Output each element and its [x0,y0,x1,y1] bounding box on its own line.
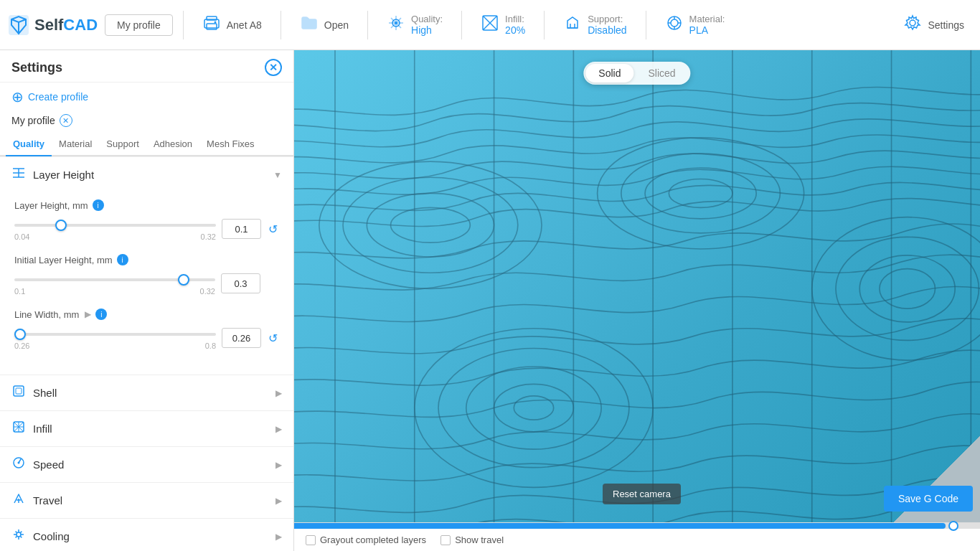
open-label: Open [324,19,349,31]
bottom-controls: Grayout completed layers Show travel [294,529,980,551]
profile-label: My profile [117,19,161,31]
svg-point-46 [391,207,471,242]
initial-layer-slider-row: 0.1 0.32 0.3 [14,271,279,296]
quality-icon [387,14,405,37]
line-width-slider-container: 0.26 0.8 [14,326,216,350]
printer-name: Anet A8 [227,19,262,31]
speed-section-header[interactable]: Speed [0,447,293,482]
shell-section-header[interactable]: Shell [0,375,293,410]
tab-material[interactable]: Material [52,133,99,156]
travel-section-header[interactable]: Travel [0,483,293,518]
divider-4 [461,11,462,39]
layer-progress-bar[interactable] [294,523,980,529]
show-travel-checkbox-group[interactable]: Show travel [440,534,504,545]
layer-height-info[interactable]: i [93,199,104,211]
tab-quality[interactable]: Quality [6,133,52,156]
svg-point-44 [343,177,518,273]
layer-height-control: Layer Height, mm i 0.04 0.32 0.1 ↺ [14,199,279,241]
line-width-info[interactable]: i [95,309,107,320]
svg-point-57 [466,367,601,449]
svg-point-43 [319,161,542,288]
layer-height-icon [11,166,26,184]
profile-button[interactable]: My profile [105,14,173,36]
line-width-reset[interactable]: ↺ [267,330,279,347]
divider-1 [183,11,184,39]
line-width-slider[interactable] [14,333,216,336]
line-width-expand[interactable]: ▶ [85,309,91,319]
shell-section: Shell [0,375,293,410]
line-width-slider-labels: 0.26 0.8 [14,342,216,350]
layer-height-min: 0.04 [14,232,29,241]
profile-remove-button[interactable]: ✕ [60,114,72,127]
settings-button[interactable]: Settings [895,9,973,41]
material-selector[interactable]: Material: PLA [656,9,734,41]
infill-icon [481,14,499,37]
shell-arrow [275,388,282,398]
svg-point-34 [17,532,21,537]
svg-point-54 [880,269,936,309]
quality-selector[interactable]: Quality: High [378,9,451,41]
printer-icon [202,14,221,37]
settings-label: Settings [928,19,964,31]
sidebar-header: Settings ✕ [0,50,293,83]
infill-section: Infill [0,410,293,446]
layer-height-section-header[interactable]: Layer Height [0,157,293,192]
tab-support[interactable]: Support [99,133,146,156]
initial-layer-label-row: Initial Layer Height, mm i [14,254,279,265]
layer-height-section: Layer Height Layer Height, mm i 0.04 [0,156,293,375]
line-width-slider-row: 0.26 0.8 0.26 ↺ [14,326,279,350]
infill-selector[interactable]: Infill: 20% [472,9,534,41]
layer-height-value[interactable]: 0.1 [222,219,261,239]
initial-layer-max: 0.32 [200,287,215,296]
layer-height-reset[interactable]: ↺ [267,221,279,237]
viewport: .contour { fill: none; stroke: rgba(15,5… [294,50,980,551]
grayout-checkbox[interactable] [306,535,316,545]
initial-layer-info[interactable]: i [117,254,128,265]
progress-fill [294,523,946,529]
support-value: Disabled [588,24,626,36]
cooling-icon [11,527,26,545]
travel-title: Travel [33,494,268,507]
svg-line-39 [16,532,17,533]
solid-view-button[interactable]: Solid [585,64,633,83]
show-travel-checkbox[interactable] [440,535,451,545]
infill-label: Infill: [505,14,525,24]
support-selector[interactable]: Support: Disabled [555,9,635,41]
svg-line-41 [20,532,22,533]
support-icon [563,14,582,37]
speed-section: Speed [0,446,293,482]
infill-arrow [275,424,282,434]
svg-point-19 [910,20,915,26]
progress-thumb[interactable] [948,521,958,531]
open-button[interactable]: Open [291,9,357,41]
my-profile-label: My profile [11,115,55,126]
initial-layer-slider-container: 0.1 0.32 [14,271,215,296]
support-label: Support: [588,14,626,24]
svg-point-6 [395,22,397,24]
save-gcode-button[interactable]: Save G Code [884,486,973,512]
logo-self: SelfCAD [34,16,98,34]
settings-icon [903,14,922,37]
sidebar: Settings ✕ ⊕ Create profile My profile ✕… [0,50,294,551]
tab-adhesion[interactable]: Adhesion [146,133,199,156]
sidebar-close-button[interactable]: ✕ [265,59,282,76]
line-width-value[interactable]: 0.26 [222,328,261,348]
printer-selector[interactable]: Anet A8 [194,9,270,41]
line-width-control: Line Width, mm ▶ i 0.26 0.8 0.26 [14,309,279,350]
svg-point-4 [214,21,216,23]
quality-value: High [411,24,443,36]
quality-label: Quality: [411,14,443,24]
layer-height-slider[interactable] [14,224,216,227]
infill-section-header[interactable]: Infill [0,411,293,446]
initial-layer-value[interactable]: 0.3 [221,273,260,293]
initial-layer-min: 0.1 [14,287,25,296]
tab-mesh-fixes[interactable]: Mesh Fixes [199,133,261,156]
reset-camera-button[interactable]: Reset camera [603,484,681,504]
grayout-checkbox-group[interactable]: Grayout completed layers [306,534,426,545]
cooling-section-header[interactable]: Cooling [0,519,293,551]
create-profile-button[interactable]: ⊕ Create profile [0,83,293,111]
cooling-arrow [275,532,282,542]
sliced-view-button[interactable]: Sliced [636,64,689,83]
infill-section-icon [11,420,26,438]
initial-layer-slider[interactable] [14,278,215,281]
